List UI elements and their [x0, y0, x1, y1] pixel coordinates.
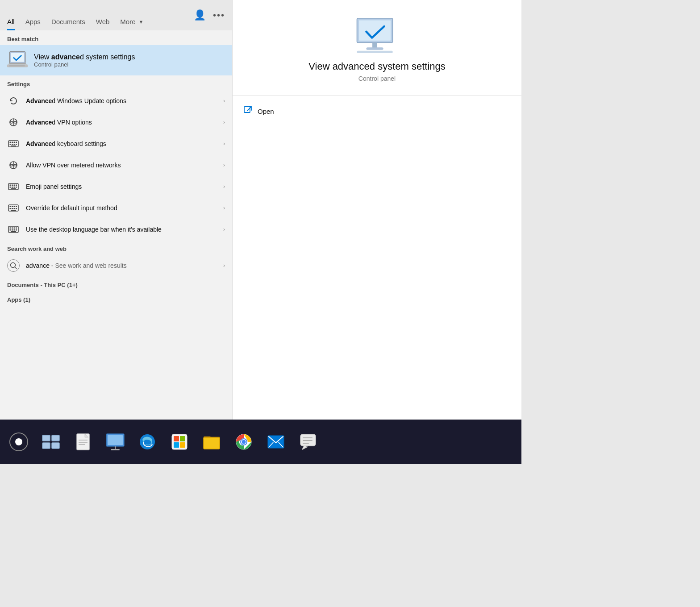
best-match-text: View advanced system settings Control pa… — [34, 53, 225, 68]
svg-rect-32 — [14, 206, 15, 208]
settings-item-windows-update[interactable]: Advanced Windows Update options › — [0, 90, 232, 112]
open-label: Open — [258, 108, 274, 115]
taskbar-monitor[interactable] — [100, 427, 130, 457]
svg-point-61 — [15, 438, 22, 445]
taskbar-chrome[interactable] — [229, 427, 259, 457]
laptop-checkmark-icon — [7, 50, 29, 70]
settings-item-4-text: Allow VPN over metered networks — [26, 162, 217, 169]
settings-item-language-bar[interactable]: Use the desktop language bar when it's a… — [0, 219, 232, 240]
search-web-label: Search work and web — [0, 240, 232, 255]
chevron-right-icon-4: › — [223, 162, 225, 168]
chevron-right-icon-web: › — [223, 262, 225, 269]
svg-rect-27 — [16, 187, 17, 188]
svg-line-50 — [15, 267, 17, 269]
taskbar — [0, 420, 521, 464]
svg-rect-25 — [12, 187, 13, 188]
svg-point-74 — [140, 434, 155, 449]
right-panel-header: View advanced system settings Control pa… — [233, 0, 521, 96]
svg-rect-1 — [11, 53, 24, 62]
svg-rect-21 — [12, 185, 13, 186]
taskbar-edge[interactable] — [132, 427, 162, 457]
tab-bar-right-icons: 👤 ••• — [194, 9, 225, 21]
svg-rect-65 — [52, 443, 59, 449]
web-search-item[interactable]: advance - See work and web results › — [0, 255, 232, 276]
svg-rect-56 — [366, 47, 383, 50]
best-match-item[interactable]: View advanced system settings Control pa… — [0, 45, 232, 75]
svg-rect-26 — [14, 187, 15, 188]
svg-rect-77 — [180, 436, 185, 441]
taskbar-store[interactable] — [164, 427, 195, 457]
svg-rect-47 — [16, 229, 17, 231]
more-options-icon[interactable]: ••• — [213, 10, 225, 21]
svg-rect-36 — [14, 208, 15, 209]
settings-item-1-text: Advanced Windows Update options — [26, 97, 217, 104]
svg-rect-31 — [12, 206, 13, 208]
svg-rect-64 — [42, 443, 50, 449]
search-panel: All Apps Documents Web More ▼ 👤 ••• Best… — [0, 0, 232, 464]
svg-rect-43 — [16, 228, 17, 229]
tab-all[interactable]: All — [7, 18, 15, 30]
tab-documents[interactable]: Documents — [51, 18, 85, 30]
taskbar-speech[interactable] — [293, 427, 323, 457]
svg-rect-22 — [14, 185, 15, 186]
settings-item-7-text: Use the desktop language bar when it's a… — [26, 226, 217, 233]
svg-rect-45 — [12, 229, 13, 231]
svg-rect-42 — [14, 228, 15, 229]
svg-point-86 — [242, 440, 246, 444]
web-search-text: advance - See work and web results — [26, 262, 217, 269]
tab-more[interactable]: More ▼ — [120, 18, 143, 30]
taskbar-file[interactable] — [68, 427, 98, 457]
svg-rect-82 — [204, 437, 220, 438]
right-panel-title: View advanced system settings — [308, 61, 446, 72]
vpn-icon — [7, 116, 20, 129]
svg-rect-28 — [11, 188, 16, 189]
svg-rect-46 — [14, 229, 15, 231]
open-icon — [243, 106, 252, 117]
keyboard3-icon — [7, 202, 20, 214]
svg-rect-12 — [10, 144, 11, 145]
settings-item-vpn-metered[interactable]: Allow VPN over metered networks › — [0, 154, 232, 176]
svg-rect-58 — [244, 107, 250, 112]
app-icon-large — [355, 18, 400, 54]
svg-rect-14 — [14, 144, 15, 145]
tab-apps[interactable]: Apps — [25, 18, 41, 30]
settings-item-input-method[interactable]: Override for default input method › — [0, 197, 232, 219]
svg-rect-57 — [357, 51, 392, 53]
svg-rect-54 — [359, 20, 391, 40]
vpn2-icon — [7, 159, 20, 171]
svg-rect-13 — [12, 144, 13, 145]
settings-item-2-text: Advanced VPN options — [26, 119, 217, 126]
refresh-icon — [7, 95, 20, 107]
keyboard-icon — [7, 137, 20, 150]
search-circle-icon — [7, 259, 20, 272]
svg-rect-16 — [11, 146, 16, 146]
svg-rect-9 — [12, 142, 13, 143]
open-action[interactable]: Open — [243, 104, 511, 119]
taskbar-cortana[interactable] — [4, 427, 34, 457]
best-match-title: View advanced system settings — [34, 53, 225, 61]
settings-item-5-text: Emoji panel settings — [26, 183, 217, 190]
chevron-right-icon-1: › — [223, 98, 225, 104]
chevron-down-icon: ▼ — [139, 19, 144, 25]
svg-rect-38 — [11, 210, 16, 211]
chevron-right-icon-7: › — [223, 226, 225, 233]
tab-web[interactable]: Web — [96, 18, 110, 30]
settings-item-6-text: Override for default input method — [26, 204, 217, 212]
svg-rect-4 — [9, 65, 25, 67]
keyboard2-icon — [7, 180, 20, 193]
svg-rect-35 — [12, 208, 13, 209]
person-icon[interactable]: 👤 — [194, 9, 206, 21]
svg-rect-41 — [12, 228, 13, 229]
chevron-right-icon-6: › — [223, 205, 225, 211]
settings-item-emoji[interactable]: Emoji panel settings › — [0, 176, 232, 197]
taskbar-task-view[interactable] — [36, 427, 66, 457]
settings-item-vpn-advanced[interactable]: Advanced VPN options › — [0, 112, 232, 133]
svg-rect-30 — [10, 206, 11, 208]
settings-item-keyboard-advanced[interactable]: Advanced keyboard settings › — [0, 133, 232, 154]
settings-label: Settings — [0, 75, 232, 90]
svg-rect-20 — [10, 185, 11, 186]
taskbar-explorer[interactable] — [196, 427, 227, 457]
svg-rect-2 — [9, 63, 26, 64]
taskbar-mail[interactable] — [261, 427, 291, 457]
svg-rect-37 — [16, 208, 17, 209]
